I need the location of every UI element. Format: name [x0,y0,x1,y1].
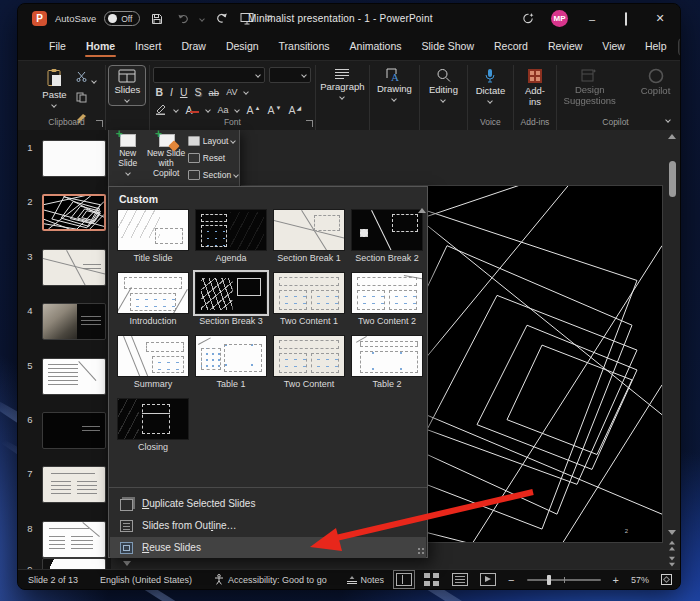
scroll-up-icon[interactable] [668,134,676,139]
editing-button[interactable]: Editing [424,65,463,105]
italic-button[interactable]: I [170,86,173,98]
layout-option-introduction[interactable]: Introduction [117,272,189,326]
tab-review[interactable]: Review [539,35,591,58]
paragraph-button[interactable]: Paragraph [315,65,369,102]
slide-thumbnail-3[interactable]: 3 [18,249,111,286]
save-button[interactable] [148,10,166,28]
font-color-button[interactable]: A [185,104,192,116]
slide-thumbnail-7[interactable]: 7 [18,466,111,503]
zoom-slider[interactable] [527,579,601,581]
reset-button[interactable]: Reset [186,153,239,163]
layout-option-agenda[interactable]: Agenda [195,209,267,263]
underline-button[interactable]: U [180,86,188,98]
design-suggestions-button[interactable]: Design Suggestions [556,65,624,110]
layout-button[interactable]: Layout [186,136,239,146]
next-slide-button[interactable] [668,556,676,567]
autosave-toggle[interactable]: Off [104,11,140,26]
scrollbar-thumb[interactable] [669,161,676,197]
clear-formatting-button[interactable]: A◢ [288,104,301,116]
font-dialog-launcher-icon[interactable] [306,120,313,127]
undo-button[interactable] [174,10,192,28]
spacing-chevron-icon[interactable] [244,89,250,95]
font-size-combobox[interactable] [269,67,311,83]
zoom-in-button[interactable]: + [613,574,619,586]
tab-draw[interactable]: Draw [172,35,215,58]
notes-button[interactable]: Notes [347,575,385,585]
slides-collapsed-button[interactable]: Slides [108,65,146,106]
change-case-button[interactable]: Aa [217,105,228,115]
decrease-font-button[interactable]: A▼ [267,104,281,116]
tab-slide-show[interactable]: Slide Show [413,35,484,58]
cut-button[interactable] [76,68,88,86]
section-button[interactable]: Section [186,170,239,180]
tab-transitions[interactable]: Transitions [270,35,339,58]
thumbnail-scroll-down-icon[interactable] [123,561,131,566]
slide-thumbnail-1[interactable]: 1 [18,140,111,177]
tab-insert[interactable]: Insert [126,35,170,58]
gallery-scroll-up-icon[interactable] [418,191,426,213]
font-color-chevron-icon[interactable] [206,107,212,113]
previous-slide-button[interactable] [668,540,676,551]
clipboard-dialog-launcher-icon[interactable] [96,120,103,127]
vertical-scrollbar[interactable] [666,130,678,569]
tab-file[interactable]: File [40,35,75,58]
bold-button[interactable]: B [155,86,163,98]
layout-option-table-1[interactable]: Table 1 [195,335,267,389]
addins-button[interactable]: Add-ins [520,65,550,111]
slide-thumbnail-2[interactable]: 2 [18,194,111,231]
highlight-chevron-icon[interactable] [174,107,180,113]
tab-record[interactable]: Record [485,35,537,58]
layout-option-two-content[interactable]: Two Content [273,335,345,389]
zoom-level[interactable]: 57% [631,575,649,585]
accessibility-checker[interactable]: Accessibility: Good to go [214,574,327,585]
language-indicator[interactable]: English (United States) [100,575,192,585]
slide-thumbnail-8[interactable]: 8 [18,521,111,558]
slide-thumbnail-6[interactable]: 6 [18,412,111,449]
scroll-down-icon[interactable] [668,530,676,535]
record-button[interactable] [678,38,681,56]
tab-home[interactable]: Home [77,35,124,58]
drawing-button[interactable]: A Drawing [372,65,417,104]
sparkle-catchup-icon[interactable] [519,10,537,28]
tab-view[interactable]: View [593,35,634,58]
redo-button[interactable] [212,10,230,28]
maximize-button[interactable] [616,13,636,25]
layout-option-closing[interactable]: Closing [117,398,189,452]
slide-sorter-view-button[interactable] [424,573,440,586]
layout-option-summary[interactable]: Summary [117,335,189,389]
new-slide-with-copilot-button[interactable]: New Slide with Copilot [146,130,185,186]
layout-option-title-slide[interactable]: Title Slide [117,209,189,263]
change-case-chevron-icon[interactable] [235,107,241,113]
layout-option-table-2[interactable]: Table 2 [351,335,423,389]
layout-option-section-break-1[interactable]: Section Break 1 [273,209,345,263]
strikethrough-button[interactable]: ab [209,87,220,98]
tab-design[interactable]: Design [217,35,268,58]
character-spacing-button[interactable]: AV [226,87,237,97]
slide-thumbnail-9[interactable]: 9 [18,558,111,569]
normal-view-button[interactable] [396,573,412,586]
copy-button[interactable] [76,89,88,107]
zoom-slider-knob[interactable] [547,575,551,585]
slide-thumbnail-4[interactable]: 4 [18,303,111,340]
tab-help[interactable]: Help [636,35,676,58]
slide-indicator[interactable]: Slide 2 of 13 [28,575,78,585]
slide-thumbnail-5[interactable]: 5 [18,358,111,395]
copilot-ribbon-button[interactable]: Copilot [636,65,676,110]
fit-slide-to-window-button[interactable] [661,574,672,585]
new-slide-button[interactable]: New Slide [109,130,146,186]
font-name-combobox[interactable] [153,67,265,83]
slideshow-view-button[interactable] [480,573,496,586]
zoom-out-button[interactable]: − [508,574,514,586]
reading-view-button[interactable] [452,573,468,586]
undo-dropdown-chevron-icon[interactable] [199,16,205,22]
account-avatar[interactable]: MP [551,10,568,27]
dictate-button[interactable]: Dictate [471,65,511,106]
increase-font-button[interactable]: A▲ [246,104,260,116]
copy-chevron-icon[interactable] [91,78,97,84]
text-shadow-button[interactable]: S [195,86,202,98]
layout-option-section-break-2[interactable]: Section Break 2 [351,209,423,263]
close-button[interactable]: ✕ [650,12,670,25]
tab-animations[interactable]: Animations [341,35,411,58]
layout-option-section-break-3[interactable]: Section Break 3 [195,272,267,326]
layout-option-two-content-1[interactable]: Two Content 1 [273,272,345,326]
